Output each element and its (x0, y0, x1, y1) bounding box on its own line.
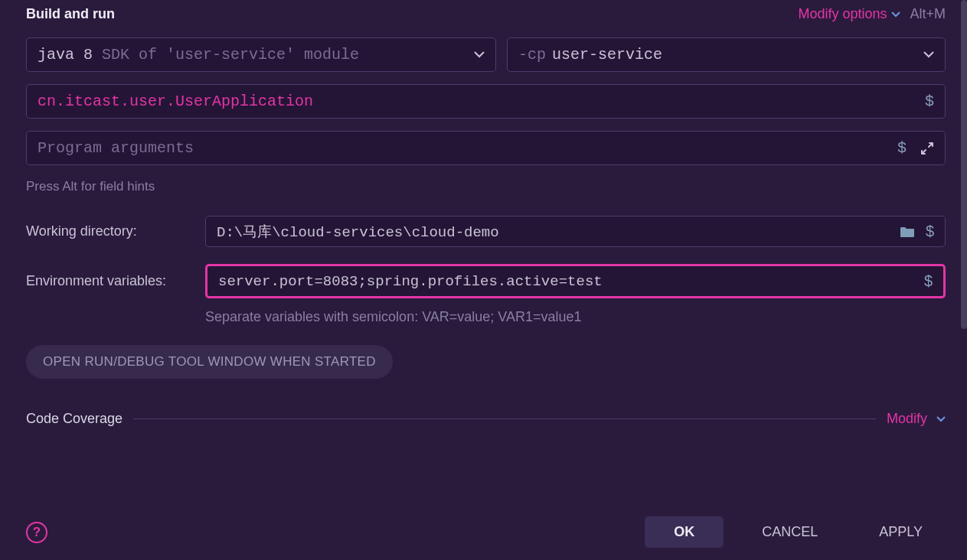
working-directory-label: Working directory: (26, 223, 205, 239)
coverage-modify-label: Modify (887, 411, 927, 427)
cancel-button[interactable]: CANCEL (739, 516, 841, 548)
ok-button[interactable]: OK (645, 516, 724, 548)
jdk-hint: SDK of 'user-service' module (93, 46, 359, 63)
scrollbar[interactable] (961, 0, 967, 329)
macro-icon[interactable]: $ (897, 139, 907, 157)
modify-shortcut: Alt+M (910, 6, 946, 22)
program-arguments-field[interactable]: Program arguments $ (26, 131, 946, 165)
code-coverage-title: Code Coverage (26, 411, 123, 427)
jdk-selected: java 8 (38, 46, 93, 63)
macro-icon[interactable]: $ (926, 223, 934, 240)
chevron-down-icon (923, 51, 934, 58)
chevron-down-icon (936, 416, 946, 422)
divider (133, 418, 876, 419)
main-class-value: cn.itcast.user.UserApplication (38, 93, 313, 110)
env-variables-input[interactable] (218, 273, 924, 290)
modify-options-link[interactable]: Modify options Alt+M (798, 6, 946, 22)
open-tool-window-pill[interactable]: OPEN RUN/DEBUG TOOL WINDOW WHEN STARTED (26, 345, 393, 379)
coverage-modify-link[interactable]: Modify (887, 411, 946, 427)
expand-icon[interactable] (920, 142, 934, 155)
apply-button[interactable]: APPLY (856, 516, 946, 548)
chevron-down-icon (474, 51, 485, 58)
working-directory-input[interactable] (217, 223, 900, 240)
help-icon[interactable]: ? (26, 522, 47, 543)
build-run-header: Build and run Modify options Alt+M (26, 6, 946, 22)
classpath-dropdown[interactable]: -cpuser-service (507, 37, 946, 72)
program-args-placeholder: Program arguments (38, 139, 194, 157)
jdk-dropdown[interactable]: java 8 SDK of 'user-service' module (26, 37, 496, 72)
folder-icon[interactable] (900, 226, 915, 238)
env-helper-text: Separate variables with semicolon: VAR=v… (205, 309, 582, 325)
field-hints-text: Press Alt for field hints (26, 179, 946, 194)
section-title: Build and run (26, 6, 115, 22)
macro-icon[interactable]: $ (924, 272, 933, 290)
env-variables-label: Environment variables: (26, 273, 205, 289)
working-directory-field[interactable]: $ (205, 216, 946, 247)
cp-prefix: -cp (518, 46, 546, 63)
dialog-footer: ? OK CANCEL APPLY (0, 504, 967, 560)
chevron-down-icon (891, 11, 900, 18)
env-variables-field[interactable]: $ (205, 264, 946, 298)
main-class-field[interactable]: cn.itcast.user.UserApplication $ (26, 84, 946, 119)
modify-options-label: Modify options (798, 6, 887, 22)
macro-icon[interactable]: $ (925, 93, 934, 110)
code-coverage-section: Code Coverage Modify (26, 411, 946, 427)
cp-value: user-service (552, 46, 662, 63)
pill-label: OPEN RUN/DEBUG TOOL WINDOW WHEN STARTED (43, 354, 376, 370)
